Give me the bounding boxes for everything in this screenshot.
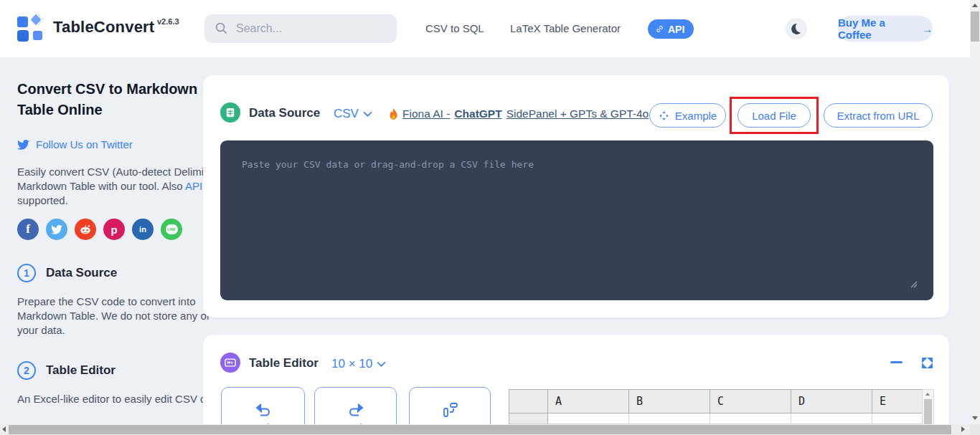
arrow-right-icon: → <box>922 23 933 35</box>
step-1-description: Prepare the CSV code to convert into Mar… <box>17 295 209 338</box>
navbar: TableConvert v2.6.3 CSV to SQL LaTeX Tab… <box>0 0 970 57</box>
nav-link-csv-to-sql[interactable]: CSV to SQL <box>425 22 484 34</box>
step-2-number: 2 <box>17 361 36 380</box>
step-2-table-editor: 2 Table Editor <box>17 361 116 380</box>
buy-me-a-coffee-button[interactable]: Buy Me a Coffee → <box>838 16 933 42</box>
data-source-icon <box>220 102 240 123</box>
csv-input-textarea[interactable] <box>220 140 933 300</box>
fiona-ai-promo-link[interactable]: Fiona AI - ChatGPT SidePanel + GPTs & GP… <box>389 107 649 120</box>
grid-data-row <box>509 414 923 424</box>
vertical-scrollbar-thumb[interactable] <box>971 11 979 42</box>
api-link[interactable]: API <box>185 180 202 192</box>
table-editor-card: Table Editor 10 × 10 Undo Redo Transpose… <box>203 335 949 435</box>
step-1-title: Data Source <box>46 266 117 280</box>
grid-col-header-e[interactable]: E <box>872 389 923 414</box>
horizontal-scrollbar-thumb[interactable] <box>9 425 951 434</box>
brand-name[interactable]: TableConvert <box>53 18 154 37</box>
grid-col-header-a[interactable]: A <box>548 389 629 414</box>
search-input[interactable] <box>236 14 390 43</box>
redo-icon <box>347 402 365 418</box>
search-box[interactable] <box>204 14 397 43</box>
scroll-up-arrow[interactable] <box>972 4 978 7</box>
grid-header-row: A B C D E <box>509 389 923 414</box>
nav-link-latex-generator[interactable]: LaTeX Table Generator <box>510 22 621 34</box>
grid-cell[interactable] <box>710 414 791 424</box>
flame-icon <box>389 108 398 120</box>
grid-cell[interactable] <box>548 414 629 424</box>
page-horizontal-scrollbar[interactable] <box>0 424 970 435</box>
dark-mode-toggle[interactable] <box>786 18 807 39</box>
intro-line-1: Easily convert CSV (Auto-detect Delimite… <box>17 165 232 179</box>
scrollbar-corner <box>970 424 980 435</box>
facebook-icon[interactable]: f <box>17 219 39 240</box>
undo-icon <box>254 402 273 418</box>
table-editor-title: Table Editor <box>249 356 319 371</box>
load-file-button[interactable]: Load File <box>738 103 811 128</box>
tableconvert-page: Convert CSV to Markdown Table Online Fol… <box>0 0 980 435</box>
link-icon <box>655 24 664 34</box>
example-button[interactable]: Example <box>649 103 726 128</box>
step-1-number: 1 <box>17 264 36 282</box>
data-source-card: Data Source CSV Fiona AI - ChatGPT SideP… <box>203 75 949 317</box>
example-icon <box>659 110 669 121</box>
data-source-title: Data Source <box>249 106 320 120</box>
step-2-title: Table Editor <box>46 363 116 378</box>
follow-twitter-link[interactable]: Follow Us on Twitter <box>17 138 133 150</box>
chevron-down-icon <box>363 111 372 117</box>
twitter-share-icon[interactable] <box>46 219 67 240</box>
follow-twitter-label: Follow Us on Twitter <box>36 138 133 150</box>
spreadsheet-grid[interactable]: A B C D E <box>509 389 923 424</box>
scroll-right-arrow[interactable] <box>961 426 965 432</box>
grid-cell[interactable] <box>791 414 872 424</box>
extract-from-url-button[interactable]: Extract from URL <box>824 103 933 128</box>
collapse-button[interactable] <box>890 361 903 363</box>
tableconvert-logo[interactable] <box>17 15 44 42</box>
scroll-left-arrow[interactable] <box>2 426 6 432</box>
page-title: Convert CSV to Markdown Table Online <box>17 79 209 120</box>
grid-cell[interactable] <box>872 414 923 424</box>
grid-row-header[interactable] <box>509 414 548 424</box>
grid-corner-cell[interactable] <box>509 389 548 414</box>
chevron-down-icon <box>377 361 386 367</box>
intro-line-2: Markdown Table with our tool. Also API i… <box>17 179 232 193</box>
grid-col-header-c[interactable]: C <box>710 389 791 414</box>
page-vertical-scrollbar[interactable] <box>970 0 980 435</box>
expand-icon[interactable] <box>921 357 933 369</box>
step-2-description: An Excel-like editor to easily edit CSV … <box>17 392 221 406</box>
table-editor-icon <box>220 353 240 373</box>
reddit-icon[interactable] <box>75 219 96 240</box>
step-1-data-source: 1 Data Source <box>17 264 117 282</box>
transpose-icon <box>441 402 458 418</box>
twitter-icon <box>17 140 29 150</box>
grid-col-header-d[interactable]: D <box>791 389 872 414</box>
table-size-select[interactable]: 10 × 10 <box>331 357 386 371</box>
format-select[interactable]: CSV <box>334 107 372 121</box>
pinterest-icon[interactable]: p <box>103 219 125 240</box>
linkedin-icon[interactable]: in <box>132 219 154 240</box>
intro-line-3: supported. <box>17 193 232 208</box>
search-icon <box>215 22 227 34</box>
grid-cell[interactable] <box>629 414 710 424</box>
social-share-row: f p in LINE <box>17 219 182 240</box>
api-button[interactable]: API <box>648 19 694 39</box>
moon-icon <box>790 22 803 35</box>
grid-scroll-up-arrow[interactable] <box>925 393 930 396</box>
scroll-down-arrow[interactable] <box>972 416 978 420</box>
version-label: v2.6.3 <box>157 17 179 26</box>
grid-col-header-b[interactable]: B <box>629 389 710 414</box>
line-icon[interactable]: LINE <box>161 219 182 240</box>
intro-text: Easily convert CSV (Auto-detect Delimite… <box>17 165 232 208</box>
